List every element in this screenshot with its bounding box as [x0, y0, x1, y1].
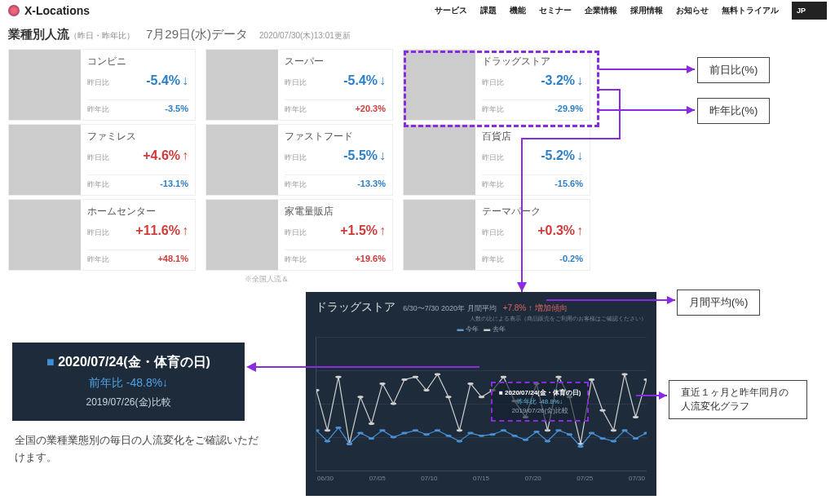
- svg-point-57: [599, 437, 605, 440]
- xaxis-tick: 07/15: [473, 475, 489, 482]
- svg-point-58: [611, 440, 616, 442]
- dod-value: -5.2%: [541, 148, 583, 163]
- dod-value: -5.4%: [146, 73, 188, 88]
- nav-item[interactable]: 採用情報: [630, 5, 663, 16]
- monthly-avg-value: +7.8% ↑ 増加傾向: [503, 303, 568, 312]
- svg-point-55: [577, 445, 583, 448]
- svg-point-49: [511, 435, 517, 437]
- svg-point-45: [467, 432, 473, 435]
- trend-arrow-icon: [379, 73, 386, 88]
- svg-point-17: [501, 376, 506, 378]
- nav-item[interactable]: サービス: [435, 5, 467, 16]
- category-name: ドラッグストア: [482, 55, 583, 69]
- chart-series-line: [316, 374, 647, 444]
- dod-value: +1.5%: [340, 223, 386, 238]
- category-card[interactable]: ファストフード昨日比-5.5% 昨年比-13.3%: [205, 124, 393, 196]
- nav-item[interactable]: 企業情報: [585, 5, 617, 16]
- category-card[interactable]: ドラッグストア昨日比-3.2% 昨年比-29.9%: [403, 49, 590, 121]
- svg-point-2: [335, 376, 341, 378]
- callout-graph: 直近１ヶ月と昨年同月の人流変化グラフ: [669, 380, 807, 419]
- trend-arrow-icon: [182, 73, 188, 88]
- yoy-label: 昨年比: [482, 254, 504, 265]
- category-thumb: [206, 200, 278, 270]
- svg-point-13: [457, 429, 462, 431]
- chart-legend: 今年 去年: [316, 325, 647, 334]
- svg-point-5: [369, 422, 374, 425]
- category-name: コンビニ: [87, 55, 188, 69]
- callout-mavg: 月間平均(%): [677, 290, 760, 316]
- svg-point-0: [316, 389, 320, 391]
- nav-item[interactable]: セミナー: [539, 5, 572, 16]
- svg-point-14: [467, 382, 473, 385]
- category-thumb: [404, 200, 475, 270]
- trend-arrow-icon: [182, 223, 188, 238]
- svg-point-32: [325, 440, 330, 442]
- dod-value: +11.6%: [135, 223, 188, 238]
- xaxis-tick: 07/20: [525, 475, 541, 482]
- yoy-label: 昨年比: [482, 179, 504, 190]
- top-nav: サービス 課題 機能 セミナー 企業情報 採用情報 お知らせ 無料トライアル J…: [435, 2, 827, 20]
- svg-point-25: [589, 378, 594, 381]
- chart-xaxis: 06/3007/0507/1007/1507/2007/2507/30: [316, 475, 647, 482]
- dod-label: 昨日比: [482, 77, 504, 88]
- svg-point-42: [435, 429, 440, 431]
- brand-logo[interactable]: X-Locations: [8, 4, 90, 17]
- svg-point-56: [589, 432, 594, 435]
- category-name: ファストフード: [285, 130, 386, 144]
- svg-point-46: [479, 435, 484, 437]
- category-card[interactable]: コンビニ昨日比-5.4% 昨年比-3.5%: [8, 49, 196, 121]
- xaxis-tick: 07/30: [629, 475, 645, 482]
- category-name: 百貨店: [482, 130, 583, 144]
- updated-at: 2020/07/30(木)13:01更新: [259, 30, 351, 42]
- yoy-label: 昨年比: [285, 179, 307, 190]
- logo-icon: [8, 5, 20, 16]
- svg-point-36: [369, 437, 374, 440]
- nav-item[interactable]: 無料トライアル: [722, 5, 779, 16]
- svg-point-33: [335, 427, 341, 429]
- trend-arrow-icon: [577, 148, 583, 163]
- svg-point-26: [599, 409, 605, 412]
- category-card[interactable]: 百貨店昨日比-5.2% 昨年比-15.6%: [403, 124, 590, 196]
- svg-point-8: [401, 378, 407, 381]
- nav-item[interactable]: 機能: [510, 5, 526, 16]
- nav-item[interactable]: お知らせ: [676, 5, 709, 16]
- dod-label: 昨日比: [285, 77, 307, 88]
- svg-point-29: [633, 416, 638, 418]
- trend-arrow-icon: [182, 148, 188, 163]
- svg-point-11: [435, 373, 440, 375]
- dod-value: +4.6%: [143, 148, 188, 163]
- chart-disclaimer: 人数の比による表示（商品販売をご利用のお客様はご確認ください）: [316, 315, 647, 323]
- svg-point-35: [357, 432, 363, 435]
- svg-point-31: [316, 429, 320, 431]
- brand-name: X-Locations: [24, 4, 90, 17]
- chart-plot-area[interactable]: ■ 2020/07/24(金・体育の日) 昨年比 -48.8%↓ 2019/07…: [316, 337, 647, 471]
- svg-point-30: [643, 378, 647, 381]
- svg-point-44: [457, 440, 462, 442]
- category-card[interactable]: スーパー昨日比-5.4% 昨年比+20.3%: [205, 49, 393, 121]
- category-card[interactable]: 家電量販店昨日比+1.5% 昨年比+19.6%: [205, 199, 393, 271]
- dod-label: 昨日比: [285, 153, 307, 163]
- data-date: 7月29日(水)データ: [146, 27, 248, 42]
- svg-point-54: [567, 433, 572, 435]
- category-card[interactable]: ホームセンター昨日比+11.6% 昨年比+48.1%: [8, 199, 196, 271]
- category-card[interactable]: ファミレス昨日比+4.6% 昨年比-13.1%: [8, 124, 196, 196]
- nav-item[interactable]: 課題: [480, 5, 497, 16]
- svg-point-60: [633, 437, 638, 440]
- category-card[interactable]: テーマパーク昨日比+0.3% 昨年比-0.2%: [403, 199, 590, 271]
- lang-switch[interactable]: JP | EN: [792, 2, 827, 20]
- category-name: ホームセンター: [87, 205, 188, 219]
- category-thumb: [9, 50, 81, 120]
- trend-arrow-icon: [379, 148, 386, 163]
- category-name: ファミレス: [87, 130, 188, 144]
- yoy-label: 昨年比: [87, 179, 109, 190]
- yoy-label: 昨年比: [285, 104, 307, 115]
- svg-marker-72: [246, 362, 256, 372]
- xaxis-tick: 07/10: [421, 475, 437, 482]
- trend-arrow-icon: [577, 73, 583, 88]
- svg-point-27: [611, 429, 616, 431]
- svg-point-40: [413, 429, 418, 431]
- svg-point-12: [445, 396, 451, 398]
- dod-label: 昨日比: [87, 228, 109, 238]
- category-thumb: [404, 125, 475, 195]
- svg-point-51: [533, 431, 539, 433]
